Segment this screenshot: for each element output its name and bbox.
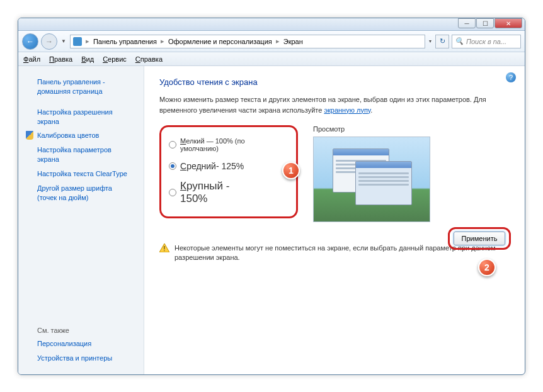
warning-icon: ! xyxy=(159,244,169,252)
page-title: Удобство чтения с экрана xyxy=(159,77,510,87)
menu-file[interactable]: Файл xyxy=(23,55,40,63)
magnifier-link[interactable]: экранную лупу xyxy=(324,106,370,114)
titlebar[interactable]: ─ ☐ ✕ xyxy=(18,18,525,31)
nav-toolbar: ← → ▼ ▸ Панель управления ▸ Оформление и… xyxy=(18,31,525,52)
menu-view[interactable]: Вид xyxy=(81,55,94,63)
annotation-badge-1: 1 xyxy=(282,162,300,179)
size-options-highlight: Мелкий — 100% (по умолчанию) Средний- 12… xyxy=(159,125,298,218)
search-placeholder: Поиск в па... xyxy=(466,38,506,45)
address-bar[interactable]: ▸ Панель управления ▸ Оформление и персо… xyxy=(70,35,425,48)
preview-image xyxy=(313,137,430,222)
radio-icon xyxy=(169,162,176,170)
minimize-button[interactable]: ─ xyxy=(458,18,476,28)
menu-bar: Файл Правка Вид Сервис Справка xyxy=(18,52,525,66)
refresh-button[interactable]: ↻ xyxy=(435,35,449,48)
control-panel-icon xyxy=(73,37,82,46)
sidebar-params[interactable]: Настройка параметров экрана xyxy=(25,143,137,167)
annotation-badge-2: 2 xyxy=(478,259,496,276)
radio-large[interactable]: Крупный - 150% xyxy=(169,180,258,205)
sidebar: Панель управления - домашняя страница На… xyxy=(18,66,144,374)
close-button[interactable]: ✕ xyxy=(494,18,522,28)
breadcrumb-sep-icon[interactable]: ▸ xyxy=(159,37,166,45)
breadcrumb-sep-icon[interactable]: ▸ xyxy=(275,37,281,45)
control-panel-window: ─ ☐ ✕ ← → ▼ ▸ Панель управления ▸ Оформл… xyxy=(18,18,525,375)
menu-tools[interactable]: Сервис xyxy=(103,55,127,63)
sidebar-home[interactable]: Панель управления - домашняя страница xyxy=(25,75,137,99)
sidebar-personalization[interactable]: Персонализация xyxy=(25,337,137,351)
radio-icon xyxy=(169,141,176,148)
sidebar-resolution[interactable]: Настройка разрешения экрана xyxy=(25,105,137,129)
radio-icon xyxy=(169,189,176,196)
sidebar-devices[interactable]: Устройства и принтеры xyxy=(25,351,137,366)
menu-edit[interactable]: Правка xyxy=(49,55,72,63)
svg-text:!: ! xyxy=(164,245,166,252)
preview-label: Просмотр xyxy=(313,125,430,133)
apply-button[interactable]: Применить xyxy=(454,232,505,245)
search-icon: 🔍 xyxy=(455,37,464,45)
radio-small[interactable]: Мелкий — 100% (по умолчанию) xyxy=(169,137,258,152)
breadcrumb-leaf[interactable]: Экран xyxy=(283,38,303,45)
sidebar-seealso-heading: См. также xyxy=(25,324,137,337)
apply-highlight: Применить xyxy=(448,227,511,250)
radio-medium[interactable]: Средний- 125% xyxy=(169,161,258,171)
history-dropdown[interactable]: ▼ xyxy=(60,38,67,44)
address-dropdown[interactable]: ▾ xyxy=(428,38,433,44)
help-icon[interactable]: ? xyxy=(506,72,516,82)
maximize-button[interactable]: ☐ xyxy=(476,18,494,28)
sidebar-dpi[interactable]: Другой размер шрифта (точек на дюйм) xyxy=(25,181,137,205)
breadcrumb-mid[interactable]: Оформление и персонализация xyxy=(168,38,272,45)
forward-button[interactable]: → xyxy=(41,33,57,50)
sidebar-cleartype[interactable]: Настройка текста ClearType xyxy=(25,167,137,181)
intro-text: Можно изменить размер текста и других эл… xyxy=(159,94,510,115)
menu-help[interactable]: Справка xyxy=(135,55,163,63)
content-pane: ? Удобство чтения с экрана Можно изменит… xyxy=(144,66,525,374)
breadcrumb-sep-icon[interactable]: ▸ xyxy=(84,37,91,45)
search-input[interactable]: 🔍 Поиск в па... xyxy=(452,35,521,48)
back-button[interactable]: ← xyxy=(22,33,38,50)
breadcrumb-root[interactable]: Панель управления xyxy=(93,38,157,45)
sidebar-calibrate[interactable]: Калибровка цветов xyxy=(25,128,137,143)
